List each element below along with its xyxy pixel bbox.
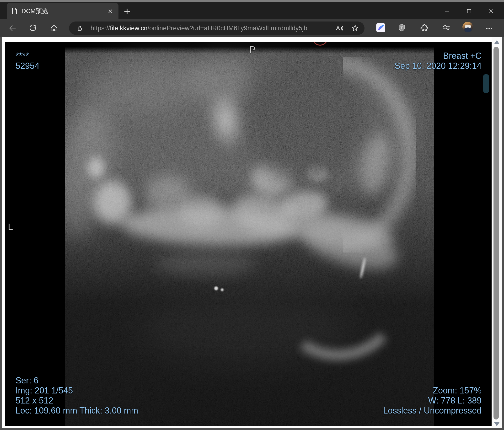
series-number: Ser: 6 (16, 376, 138, 385)
image-index: Img: 201 1/545 (16, 385, 138, 396)
new-tab-button[interactable]: + (121, 6, 133, 17)
page-scrollbar[interactable] (492, 37, 502, 428)
web-page: **** 52954 Breast +C Sep 10, 2020 12:29:… (2, 37, 502, 428)
study-datetime: Sep 10, 2020 12:29:14 (395, 61, 482, 71)
svg-text:A: A (336, 25, 340, 31)
favorite-star-icon[interactable] (351, 24, 359, 32)
overlay-bottom-left: Ser: 6 Img: 201 1/545 512 x 512 Loc: 109… (16, 376, 138, 416)
overlay-top-left: **** 52954 (16, 51, 39, 71)
extensions-puzzle-icon[interactable] (419, 22, 430, 33)
dicom-viewer-canvas[interactable]: **** 52954 Breast +C Sep 10, 2020 12:29:… (5, 42, 492, 426)
orientation-marker-posterior: P (249, 45, 255, 55)
back-button[interactable] (7, 23, 18, 34)
mri-noise-texture (65, 42, 434, 426)
window-level: W: 778 L: 389 (383, 396, 482, 406)
url-text: https://file.kkview.cn/onlinePreview?url… (90, 25, 335, 32)
url-host: file.kkview.cn (110, 25, 148, 32)
minimize-button[interactable] (436, 3, 458, 19)
toolbar-divider (435, 24, 435, 33)
close-window-button[interactable] (480, 3, 502, 19)
window-controls (436, 3, 502, 19)
svg-text:T: T (400, 25, 403, 30)
maximize-button[interactable] (458, 3, 480, 19)
bird-extension-icon[interactable] (376, 22, 386, 33)
masked-id: **** (16, 51, 39, 61)
read-aloud-icon[interactable]: A (335, 24, 344, 33)
tab-close-button[interactable]: × (106, 6, 115, 16)
browser-window: DCM预览 × + htt (0, 0, 504, 430)
scrollbar-down-arrow-icon[interactable] (494, 422, 499, 426)
tab-bar: DCM预览 × + (0, 2, 504, 19)
lock-icon[interactable] (76, 25, 83, 32)
image-matrix: 512 x 512 (16, 396, 138, 406)
url-protocol: https:// (90, 25, 110, 32)
settings-menu-icon[interactable] (484, 23, 495, 34)
browser-toolbar: https://file.kkview.cn/onlinePreview?url… (0, 19, 504, 37)
zoom-level: Zoom: 157% (383, 385, 482, 396)
address-bar[interactable]: https://file.kkview.cn/onlinePreview?url… (69, 21, 365, 35)
overlay-bottom-right: Zoom: 157% W: 778 L: 389 Lossless / Unco… (383, 385, 482, 416)
study-name: Breast +C (395, 51, 482, 61)
tab-dcm-preview[interactable]: DCM预览 × (7, 3, 118, 19)
url-path: /onlinePreview?url=aHR0cHM6Ly9maWxlLmtrd… (148, 25, 315, 32)
series-scroll-indicator[interactable] (483, 74, 489, 93)
refresh-button[interactable] (28, 23, 38, 34)
window-top-edge (0, 0, 504, 2)
profile-avatar[interactable] (462, 22, 473, 32)
slice-location: Loc: 109.60 mm Thick: 3.00 mm (16, 406, 138, 416)
tab-title: DCM预览 (21, 7, 106, 15)
scrollbar-thumb[interactable] (494, 47, 499, 420)
document-favicon-icon (11, 7, 17, 15)
mri-image (65, 42, 434, 426)
patient-number: 52954 (16, 61, 39, 71)
scrollbar-up-arrow-icon[interactable] (494, 40, 499, 44)
shield-t-extension-icon[interactable]: T (396, 22, 407, 33)
overlay-top-right: Breast +C Sep 10, 2020 12:29:14 (395, 51, 482, 71)
orientation-marker-left: L (8, 222, 13, 232)
compression-info: Lossless / Uncompressed (383, 406, 482, 416)
collections-icon[interactable] (441, 22, 451, 33)
home-button[interactable] (49, 23, 59, 34)
